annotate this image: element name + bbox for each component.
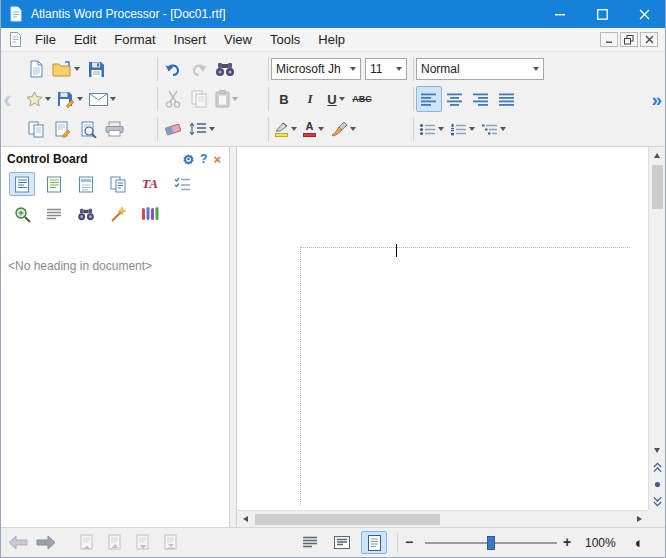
select-browse-object-button[interactable] (649, 476, 666, 493)
menu-insert[interactable]: Insert (165, 29, 216, 50)
underline-dropdown-icon[interactable] (339, 97, 345, 101)
align-right-button[interactable] (468, 86, 494, 112)
autocorrect-tool-button[interactable] (105, 202, 131, 226)
save-button[interactable] (83, 56, 109, 82)
print-button[interactable] (101, 116, 127, 142)
help-icon[interactable]: ? (200, 153, 207, 165)
menu-tools[interactable]: Tools (261, 29, 309, 50)
bold-button[interactable]: B (271, 86, 297, 112)
numbered-list-dropdown-icon[interactable] (469, 127, 475, 131)
print-preview-button[interactable] (23, 116, 49, 142)
goto-next-button[interactable] (135, 534, 151, 551)
toc-tab-button[interactable] (73, 172, 99, 196)
vertical-scrollbar[interactable] (648, 147, 665, 510)
menu-format[interactable]: Format (105, 29, 164, 50)
scroll-left-button[interactable] (237, 511, 254, 528)
combo-arrow-icon[interactable] (346, 67, 360, 71)
titlebar[interactable]: Atlantis Word Processor - [Doc01.rtf] (1, 0, 665, 28)
settings-gear-icon[interactable]: ⚙ (182, 153, 194, 166)
line-spacing-dropdown-icon[interactable] (209, 127, 215, 131)
panel-splitter[interactable] (229, 147, 237, 527)
save-as-dropdown-icon[interactable] (77, 97, 83, 101)
document-page[interactable] (237, 147, 648, 510)
underline-button[interactable]: U (323, 86, 349, 112)
find-button[interactable] (212, 56, 238, 82)
bookmarks-tab-button[interactable] (105, 172, 131, 196)
close-panel-icon[interactable]: × (213, 153, 221, 166)
scroll-right-button[interactable] (631, 511, 648, 528)
back-button[interactable] (7, 535, 29, 550)
numbered-list-button[interactable] (447, 116, 478, 142)
find-tool-button[interactable] (73, 202, 99, 226)
fonts-tab-button[interactable]: TA (137, 172, 163, 196)
email-button[interactable] (86, 86, 119, 112)
save-as-button[interactable] (54, 86, 86, 112)
scroll-up-button[interactable] (649, 147, 666, 164)
clips-tool-button[interactable] (137, 202, 163, 226)
undo-button[interactable] (160, 56, 186, 82)
highlight-button[interactable] (271, 116, 300, 142)
email-dropdown-icon[interactable] (110, 97, 116, 101)
font-color-dropdown-icon[interactable] (318, 127, 324, 131)
close-button[interactable] (623, 0, 665, 28)
multilevel-list-dropdown-icon[interactable] (500, 127, 506, 131)
strikethrough-button[interactable]: ABC (349, 86, 375, 112)
align-justify-button[interactable] (494, 86, 520, 112)
bullet-list-button[interactable] (416, 116, 447, 142)
favorites-dropdown-icon[interactable] (45, 97, 51, 101)
paragraphs-tool-button[interactable] (41, 202, 67, 226)
zoom-slider-thumb[interactable] (487, 536, 495, 550)
web-layout-view-button[interactable] (329, 531, 355, 554)
eraser-button[interactable] (160, 116, 186, 142)
horizontal-scrollbar[interactable] (237, 510, 648, 527)
mdi-restore-button[interactable] (620, 32, 638, 47)
draft-view-button[interactable] (297, 531, 323, 554)
goto-previous-button[interactable] (107, 534, 123, 551)
open-dropdown-icon[interactable] (74, 67, 80, 71)
format-painter-button[interactable] (327, 116, 359, 142)
maximize-button[interactable] (581, 0, 623, 28)
align-left-button[interactable] (416, 86, 442, 112)
vertical-scroll-thumb[interactable] (652, 165, 663, 209)
mdi-minimize-button[interactable] (600, 32, 618, 47)
font-size-combo[interactable]: 11 (365, 58, 407, 80)
previous-page-button[interactable] (649, 459, 666, 476)
bullet-list-dropdown-icon[interactable] (438, 127, 444, 131)
print-layout-view-button[interactable] (361, 531, 387, 554)
page-edit-button[interactable] (49, 116, 75, 142)
scroll-down-button[interactable] (649, 442, 666, 459)
font-name-combo[interactable]: Microsoft Jh (271, 58, 361, 80)
copy-button[interactable] (186, 86, 212, 112)
zoom-out-button[interactable]: − (405, 534, 413, 550)
full-screen-toggle[interactable]: ◐ (635, 535, 644, 550)
styles-tab-button[interactable] (169, 172, 195, 196)
zoom-slider[interactable] (425, 542, 557, 544)
minimize-button[interactable] (539, 0, 581, 28)
combo-arrow-icon[interactable] (529, 67, 543, 71)
cut-button[interactable] (160, 86, 186, 112)
multilevel-list-button[interactable] (478, 116, 509, 142)
sections-tab-button[interactable] (41, 172, 67, 196)
new-document-button[interactable] (23, 56, 49, 82)
align-center-button[interactable] (442, 86, 468, 112)
goto-end-button[interactable] (163, 534, 179, 551)
paste-dropdown-icon[interactable] (232, 97, 238, 101)
zoom-tool-button[interactable] (9, 202, 35, 226)
line-spacing-button[interactable] (186, 116, 218, 142)
page-zoom-button[interactable] (75, 116, 101, 142)
format-painter-dropdown-icon[interactable] (350, 127, 356, 131)
italic-button[interactable]: I (297, 86, 323, 112)
redo-button[interactable] (186, 56, 212, 82)
zoom-in-button[interactable]: + (563, 534, 571, 550)
horizontal-scroll-thumb[interactable] (255, 514, 440, 525)
favorites-button[interactable] (23, 86, 54, 112)
font-color-button[interactable]: A (300, 116, 327, 142)
forward-button[interactable] (35, 535, 57, 550)
menu-view[interactable]: View (215, 29, 261, 50)
menu-help[interactable]: Help (309, 29, 354, 50)
toolbar-expand-icon[interactable]: » (651, 90, 662, 109)
style-combo[interactable]: Normal (416, 58, 544, 80)
mdi-close-button[interactable] (640, 32, 658, 47)
open-button[interactable] (49, 56, 83, 82)
paste-button[interactable] (212, 86, 241, 112)
